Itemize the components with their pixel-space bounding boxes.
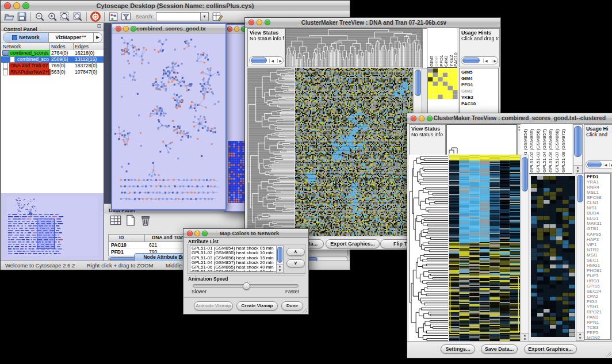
- action-button[interactable]: Export Graphics...: [524, 344, 577, 354]
- gene-label[interactable]: YKE2: [461, 94, 498, 101]
- close-icon[interactable]: [411, 116, 416, 121]
- gene-label[interactable]: RPO21: [587, 309, 610, 315]
- attribute-list[interactable]: GPL51-01 (GSM854) heat shock 05 minGPL51…: [190, 246, 277, 272]
- open-file-icon[interactable]: [4, 12, 14, 22]
- resize-grip[interactable]: [302, 308, 308, 313]
- network-row[interactable]: DNA and Tran 07769(0)183728(0): [1, 63, 104, 69]
- view-status-scrollbar[interactable]: ◀▶: [249, 56, 284, 64]
- gene-label[interactable]: RNR4: [587, 185, 610, 190]
- search-input[interactable]: [156, 12, 201, 21]
- gene-label[interactable]: SEC1: [587, 258, 610, 263]
- overview-icon[interactable]: [108, 12, 118, 22]
- attribute-editor-icon[interactable]: [212, 12, 223, 22]
- action-button[interactable]: Save Data...: [481, 344, 518, 354]
- gene-label[interactable]: PAC10: [461, 101, 498, 107]
- speed-slider[interactable]: [193, 284, 299, 288]
- new-attribute-icon[interactable]: [125, 214, 136, 226]
- gene-label[interactable]: PEP5: [587, 330, 610, 335]
- gene-label[interactable]: MSL1: [587, 190, 610, 195]
- gene-label[interactable]: CLN1: [587, 200, 610, 205]
- minimize-icon[interactable]: [123, 26, 129, 32]
- close-icon[interactable]: [116, 26, 121, 32]
- gene-label[interactable]: NIS1: [587, 205, 610, 210]
- gene-label[interactable]: SEC24: [587, 289, 610, 294]
- zoom-icon[interactable]: [202, 231, 208, 236]
- column-dendrogram[interactable]: [285, 28, 422, 67]
- tree-slider-strip[interactable]: [422, 28, 427, 68]
- close-icon[interactable]: [248, 20, 254, 25]
- tab-more-button[interactable]: ▶: [94, 33, 102, 42]
- minimize-icon[interactable]: [419, 116, 424, 121]
- gene-label[interactable]: GTB1: [587, 226, 610, 231]
- move-down-button[interactable]: ∨: [286, 259, 305, 267]
- gene-label[interactable]: RPN1: [587, 320, 610, 325]
- action-button[interactable]: Settings...: [441, 344, 475, 354]
- network-row[interactable]: combined_scores2764(0)16218(0): [1, 50, 104, 56]
- gene-label[interactable]: PFD1: [587, 174, 610, 179]
- minimize-icon[interactable]: [194, 231, 200, 236]
- gene-label[interactable]: VIP1: [587, 242, 610, 247]
- gene-label[interactable]: CPA2: [587, 294, 610, 299]
- col-header-edges[interactable]: Edges: [75, 43, 89, 50]
- zoom-fit-icon[interactable]: [60, 12, 70, 22]
- gene-label[interactable]: FIG4: [587, 299, 610, 304]
- save-icon[interactable]: [17, 12, 27, 22]
- main-title-bar[interactable]: Cytoscape Desktop (Session Name: collins…: [1, 1, 350, 12]
- gene-label[interactable]: HAP3: [587, 237, 610, 242]
- gene-label[interactable]: MAK31: [587, 221, 610, 226]
- zoom-icon[interactable]: [427, 116, 433, 121]
- close-icon[interactable]: [187, 231, 193, 236]
- zoom-out-icon[interactable]: [35, 12, 45, 22]
- table-mode-icon[interactable]: [110, 214, 121, 226]
- help-icon[interactable]: [90, 12, 101, 22]
- done-button[interactable]: Done: [281, 301, 303, 311]
- usage-hints-scrollbar[interactable]: ◀▶: [461, 56, 498, 64]
- zoom-icon[interactable]: [131, 26, 136, 32]
- gene-label[interactable]: PAN1: [587, 315, 610, 320]
- create-vizmap-button[interactable]: Create Vizmap: [236, 301, 278, 311]
- network-row[interactable]: RNAPuberNov2+|563(0)107847(0): [1, 69, 104, 75]
- usage-hints-scrollbar[interactable]: ◀▶: [586, 160, 612, 168]
- heatmap-main[interactable]: [295, 68, 413, 236]
- gene-label[interactable]: BUD4: [587, 210, 610, 216]
- gene-label[interactable]: SPC98: [587, 195, 610, 200]
- cluster-zoom-heatmap[interactable]: [428, 68, 458, 99]
- labels-vscrollbar[interactable]: ▲▼: [573, 124, 583, 174]
- animate-vizmap-button[interactable]: Animate Vizmap: [194, 301, 233, 311]
- heatmap-vscrollbar[interactable]: ▲▼: [521, 155, 529, 342]
- col-header-nodes[interactable]: Nodes: [51, 43, 66, 50]
- gene-label[interactable]: KAP95: [587, 232, 610, 237]
- column-dendrogram[interactable]: [446, 124, 517, 155]
- network-row[interactable]: combined_sco2569(6)13112(15): [1, 56, 104, 63]
- gene-label[interactable]: HMG1: [587, 263, 610, 268]
- zoom-icon[interactable]: [22, 2, 29, 9]
- window-controls[interactable]: [4, 2, 29, 9]
- network-overview-panel[interactable]: [1, 193, 104, 260]
- minimize-icon[interactable]: [13, 2, 20, 9]
- gene-label[interactable]: GPI16: [587, 283, 610, 289]
- gene-label[interactable]: PHO81: [587, 268, 610, 273]
- cluster-zoom-heatmap[interactable]: [531, 176, 575, 337]
- gene-label[interactable]: PUF3: [587, 273, 610, 278]
- gene-label[interactable]: PFD1: [461, 82, 498, 88]
- slider-thumb[interactable]: [243, 282, 250, 290]
- gene-label[interactable]: GIM4: [461, 75, 498, 82]
- minimize-icon[interactable]: [257, 20, 262, 25]
- network-overview-thumbnail[interactable]: [7, 197, 98, 256]
- attribute-list-scrollbar[interactable]: ▲▼: [276, 246, 284, 273]
- filter-icon[interactable]: [121, 12, 131, 22]
- gene-label[interactable]: MON2: [587, 335, 610, 340]
- id-column-header[interactable]: ID: [119, 235, 124, 240]
- minimize-icon[interactable]: [234, 26, 239, 32]
- gene-label[interactable]: NTR2: [587, 247, 610, 252]
- row-dendrogram[interactable]: [247, 68, 294, 236]
- zoom-vscrollbar[interactable]: ▲▼: [576, 173, 584, 341]
- tab-network[interactable]: Network: [3, 33, 49, 42]
- gene-label[interactable]: GIM5: [461, 69, 498, 75]
- gene-label[interactable]: TCB3: [587, 325, 610, 330]
- zoom-icon[interactable]: [265, 20, 270, 25]
- gene-label[interactable]: MSI1: [587, 252, 610, 258]
- attribute-list-item[interactable]: GPL51-07 (GSM868) heat shock 60 min: [192, 270, 277, 272]
- zoom-selected-icon[interactable]: [72, 12, 83, 22]
- gene-label[interactable]: ELG1: [587, 216, 610, 221]
